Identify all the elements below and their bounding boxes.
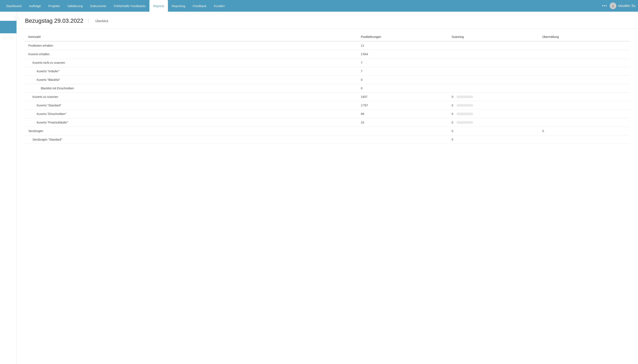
table-row: Kuverts zu scannen19370 <box>25 93 630 101</box>
row-scanning <box>448 58 539 67</box>
row-label: Kuverts zu scannen <box>25 93 358 101</box>
nav-item-fehlerhafte-feedbacks[interactable]: Fehlerhafte Feedbacks <box>110 0 149 12</box>
row-scanning <box>448 41 539 50</box>
row-label: Sendungen <box>25 127 358 135</box>
table-body: Postkisten erhalten11Kuverts erhalten1'9… <box>25 41 630 144</box>
row-postlieferungen: 1'944 <box>358 50 448 58</box>
row-uebermittlung <box>539 101 630 110</box>
nav-item-feedback[interactable]: Feedback <box>189 0 210 12</box>
row-uebermittlung <box>539 135 630 144</box>
row-label: Kuverts erhalten <box>25 50 358 58</box>
row-scanning: 0 <box>448 93 539 101</box>
nav-item-reporting[interactable]: Reporting <box>168 0 189 12</box>
row-uebermittlung <box>539 50 630 58</box>
table-row: Sendungen "Standard"0 <box>25 135 630 144</box>
col-postlieferungen: Postlieferungen <box>358 33 448 41</box>
row-postlieferungen: 0 <box>358 76 448 84</box>
row-label: Kuverts nicht zu scannen <box>25 58 358 67</box>
row-postlieferungen: 7 <box>358 58 448 67</box>
nav-more-button[interactable]: ••• <box>599 4 610 8</box>
row-label: Kuverts "Standard" <box>25 101 358 110</box>
nav-item-kunden[interactable]: Kunden <box>210 0 229 12</box>
row-postlieferungen: 1937 <box>358 93 448 101</box>
row-scanning: 0 <box>448 110 539 118</box>
row-label: Postkisten erhalten <box>25 41 358 50</box>
sidebar-collapse-button[interactable]: ‹ <box>14 16 19 21</box>
row-uebermittlung: 0 <box>539 127 630 135</box>
nav-items: DashboardAufträgeProjekteValidierungDoku… <box>3 0 599 12</box>
row-scanning <box>448 67 539 76</box>
tab-ueberblick[interactable]: Überblick <box>94 18 110 24</box>
row-scanning: 0 <box>448 118 539 127</box>
sidebar-divider <box>3 38 14 39</box>
nav-item-validierung[interactable]: Validierung <box>64 0 87 12</box>
row-postlieferungen: 86 <box>358 110 448 118</box>
row-uebermittlung <box>539 76 630 84</box>
sidebar-lines <box>0 33 17 42</box>
page-header: Bezugstag 29.03.2022 Überblick <box>17 12 638 28</box>
row-scanning <box>448 84 539 93</box>
main-content: Bezugstag 29.03.2022 Überblick Kennzahl … <box>17 12 638 364</box>
table-row: Kuverts "Standard"1'7970 <box>25 101 630 110</box>
row-label: Kuverts "Einschreiben" <box>25 110 358 118</box>
row-postlieferungen: 1'797 <box>358 101 448 110</box>
row-postlieferungen: 7 <box>358 67 448 76</box>
row-label: Sendungen "Standard" <box>25 135 358 144</box>
row-postlieferungen: 0 <box>358 84 448 93</box>
navbar: DashboardAufträgeProjekteValidierungDoku… <box>0 0 638 12</box>
col-scanning: Scanning <box>448 33 539 41</box>
nav-item-dashboard[interactable]: Dashboard <box>3 0 25 12</box>
row-postlieferungen <box>358 127 448 135</box>
table-row: Kuverts "Irrläufer"7 <box>25 67 630 76</box>
svg-point-0 <box>612 4 614 6</box>
table-row: Kuverts erhalten1'944 <box>25 50 630 58</box>
row-uebermittlung <box>539 58 630 67</box>
nav-item-dokumente[interactable]: Dokumente <box>87 0 110 12</box>
nav-item-auftraege[interactable]: Aufträge <box>25 0 45 12</box>
row-scanning <box>448 50 539 58</box>
row-uebermittlung <box>539 110 630 118</box>
table-row: Kuverts "Blacklist"0 <box>25 76 630 84</box>
sidebar-blue-block <box>0 21 17 33</box>
row-label: Kuverts "Postrückläufer" <box>25 118 358 127</box>
row-scanning: 0 <box>448 101 539 110</box>
col-kennzahl: Kennzahl <box>25 33 358 41</box>
row-uebermittlung <box>539 67 630 76</box>
sidebar: ‹ <box>0 12 17 364</box>
nav-item-projekte[interactable]: Projekte <box>45 0 64 12</box>
nav-user[interactable]: cloudtec Su <box>610 2 635 9</box>
row-scanning: 0 <box>448 135 539 144</box>
row-scanning <box>448 76 539 84</box>
row-label: Kuverts "Blacklist" <box>25 76 358 84</box>
row-postlieferungen: 10 <box>358 118 448 127</box>
header-divider <box>88 18 89 23</box>
table-row: Postkisten erhalten11 <box>25 41 630 50</box>
report-table: Kennzahl Postlieferungen Scanning Übermi… <box>25 33 630 144</box>
row-uebermittlung <box>539 93 630 101</box>
row-uebermittlung <box>539 41 630 50</box>
row-uebermittlung <box>539 84 630 93</box>
row-postlieferungen: 11 <box>358 41 448 50</box>
table-row: Kuverts "Einschreiben"860 <box>25 110 630 118</box>
table-container: Kennzahl Postlieferungen Scanning Übermi… <box>17 28 638 148</box>
table-row: Sendungen00 <box>25 127 630 135</box>
row-postlieferungen <box>358 135 448 144</box>
user-label: cloudtec Su <box>618 4 635 8</box>
page-title: Bezugstag 29.03.2022 <box>25 18 83 24</box>
layout: ‹ Bezugstag 29.03.2022 Überblick Kennzah… <box>0 12 638 364</box>
col-uebermittlung: Übermittlung <box>539 33 630 41</box>
row-uebermittlung <box>539 118 630 127</box>
table-header: Kennzahl Postlieferungen Scanning Übermi… <box>25 33 630 41</box>
table-row: Kuverts "Postrückläufer"100 <box>25 118 630 127</box>
row-scanning: 0 <box>448 127 539 135</box>
table-row: Kuverts nicht zu scannen7 <box>25 58 630 67</box>
row-label: Blacklist mit Einschreiben <box>25 84 358 93</box>
nav-item-reports[interactable]: Reports <box>149 0 168 12</box>
row-label: Kuverts "Irrläufer" <box>25 67 358 76</box>
table-row: Blacklist mit Einschreiben0 <box>25 84 630 93</box>
avatar <box>610 2 616 9</box>
